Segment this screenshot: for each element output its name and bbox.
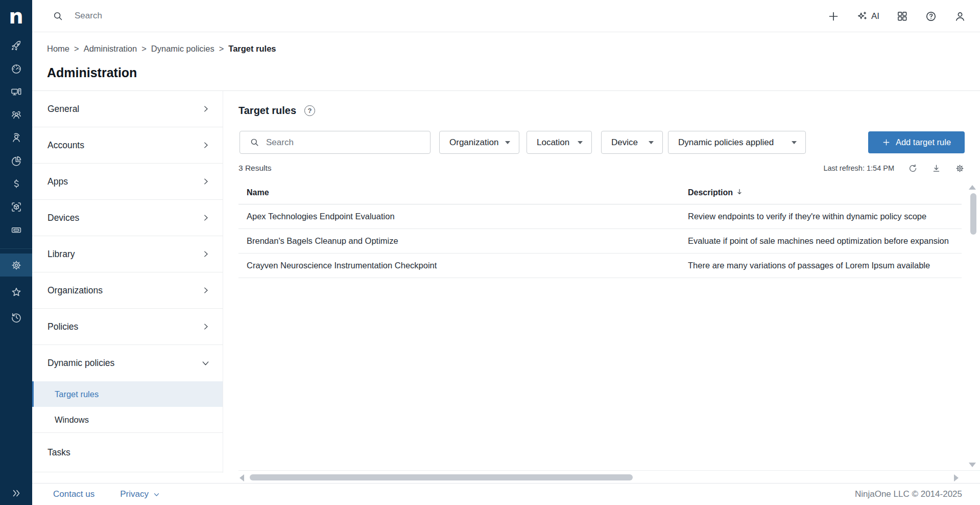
page-title: Administration [47, 65, 137, 80]
add-target-rule-button[interactable]: Add target rule [868, 131, 965, 153]
breadcrumb-administration[interactable]: Administration [84, 44, 137, 54]
chevron-right-icon [201, 322, 210, 331]
global-search-input[interactable] [75, 11, 289, 21]
add-target-rule-label: Add target rule [896, 137, 951, 147]
settings-sidebar: General Accounts Apps Devices Library Or… [32, 91, 223, 473]
privacy-label: Privacy [120, 489, 149, 499]
deployment-cube-icon[interactable] [0, 195, 32, 218]
privacy-link[interactable]: Privacy [120, 489, 160, 499]
filter-dynamic-policies-applied[interactable]: Dynamic policies applied [668, 131, 806, 154]
sidebar-item-tasks[interactable]: Tasks [32, 432, 223, 472]
breadcrumb-separator: > [74, 44, 79, 54]
apps-grid-icon[interactable] [896, 10, 908, 22]
filter-organization[interactable]: Organization [439, 131, 519, 154]
chevron-right-icon [201, 249, 210, 259]
reports-pie-icon[interactable] [0, 149, 32, 172]
vertical-scroll-down-arrow[interactable] [969, 463, 976, 467]
chevron-down-icon [201, 358, 210, 368]
billing-dollar-icon[interactable] [0, 172, 32, 195]
global-search [32, 11, 289, 21]
section-header: Target rules ? [238, 105, 315, 117]
horizontal-scrollbar-thumb[interactable] [250, 474, 633, 480]
cell-description: There are many variations of passages of… [688, 261, 962, 270]
dashboard-icon[interactable] [0, 57, 32, 80]
plus-icon [882, 138, 891, 147]
create-plus-icon[interactable] [827, 10, 840, 22]
rail-expand-icon[interactable] [0, 481, 32, 505]
sidebar-subitem-label: Windows [55, 415, 89, 425]
sidebar-item-label: Apps [47, 176, 68, 187]
remote-support-icon[interactable] [0, 126, 32, 149]
vertical-scroll-up-arrow[interactable] [969, 185, 976, 190]
table-header-row: Name Description [238, 181, 962, 204]
filter-location[interactable]: Location [527, 131, 592, 154]
breadcrumb-dynamic-policies[interactable]: Dynamic policies [151, 44, 214, 54]
sidebar-item-label: Organizations [47, 285, 103, 296]
sidebar-item-organizations[interactable]: Organizations [32, 272, 223, 309]
chevron-right-icon [201, 104, 210, 113]
ticketing-icon[interactable] [0, 218, 32, 241]
caret-down-icon [505, 141, 510, 144]
section-help-icon[interactable]: ? [304, 105, 315, 116]
sidebar-item-devices[interactable]: Devices [32, 200, 223, 236]
sidebar-subitem-label: Target rules [55, 389, 99, 399]
table-row[interactable]: Apex Technologies Endpoint Evaluation Re… [238, 204, 962, 229]
sidebar-item-apps[interactable]: Apps [32, 164, 223, 200]
sidebar-item-label: Library [47, 249, 75, 260]
sort-descending-icon [735, 188, 744, 198]
ai-sparkle-icon [856, 11, 868, 22]
contact-us-link[interactable]: Contact us [53, 489, 94, 499]
table-row[interactable]: Crayven Neuroscience Instrumentation Che… [238, 254, 962, 278]
breadcrumb-current: Target rules [228, 44, 276, 54]
settings-gear-icon[interactable] [0, 254, 32, 277]
history-icon[interactable] [0, 306, 32, 329]
cell-name: Brendan's Bagels Cleanup and Optimize [238, 236, 688, 246]
sidebar-item-label: Accounts [47, 140, 84, 151]
breadcrumb: Home > Administration > Dynamic policies… [47, 44, 276, 54]
content-bottom-divider [238, 470, 980, 471]
getting-started-rocket-icon[interactable] [0, 34, 32, 57]
sidebar-item-policies[interactable]: Policies [32, 309, 223, 345]
ai-button[interactable]: AI [856, 11, 879, 22]
sidebar-subitem-windows[interactable]: Windows [32, 407, 223, 432]
sidebar-item-label: Dynamic policies [47, 358, 114, 369]
sidebar-item-label: Policies [47, 322, 78, 332]
filter-toolbar: Organization Location Device Dynamic pol… [238, 131, 965, 154]
filter-label: Dynamic policies applied [678, 137, 774, 148]
breadcrumb-separator: > [141, 44, 147, 54]
cell-name: Apex Technologies Endpoint Evaluation [238, 212, 688, 221]
column-header-name[interactable]: Name [238, 188, 688, 197]
target-rules-table: Name Description Apex Technologies Endpo… [238, 181, 962, 278]
app-window: n [0, 0, 980, 505]
download-icon[interactable] [931, 164, 941, 173]
table-settings-gear-icon[interactable] [955, 164, 965, 173]
devices-icon[interactable] [0, 80, 32, 103]
breadcrumb-home[interactable]: Home [47, 44, 69, 54]
results-count: 3 Results [238, 164, 272, 173]
sidebar-item-general[interactable]: General [32, 91, 223, 127]
horizontal-scrollbar [238, 473, 980, 481]
help-icon[interactable] [925, 10, 937, 22]
sidebar-item-dynamic-policies[interactable]: Dynamic policies [32, 345, 223, 381]
sidebar-item-library[interactable]: Library [32, 236, 223, 272]
user-icon[interactable] [954, 10, 966, 22]
table-row[interactable]: Brendan's Bagels Cleanup and Optimize Ev… [238, 229, 962, 254]
table-search-input[interactable] [266, 137, 414, 148]
users-icon[interactable] [0, 103, 32, 126]
refresh-icon[interactable] [908, 164, 918, 173]
vertical-scrollbar-thumb[interactable] [970, 193, 976, 235]
horizontal-scroll-right-arrow[interactable] [954, 474, 959, 481]
sidebar-subitem-target-rules[interactable]: Target rules [32, 381, 223, 407]
sidebar-item-label: Tasks [47, 447, 70, 458]
ai-label: AI [871, 11, 879, 21]
filter-device[interactable]: Device [601, 131, 663, 154]
horizontal-scroll-left-arrow[interactable] [240, 474, 244, 481]
filter-label: Organization [449, 137, 498, 148]
sidebar-item-label: Devices [47, 213, 79, 223]
sidebar-item-accounts[interactable]: Accounts [32, 127, 223, 164]
column-header-description[interactable]: Description [688, 188, 962, 198]
favorites-star-icon[interactable] [0, 281, 32, 304]
caret-down-icon [578, 141, 583, 144]
top-actions: AI [827, 0, 966, 32]
ninjaone-logo[interactable]: n [0, 0, 32, 32]
